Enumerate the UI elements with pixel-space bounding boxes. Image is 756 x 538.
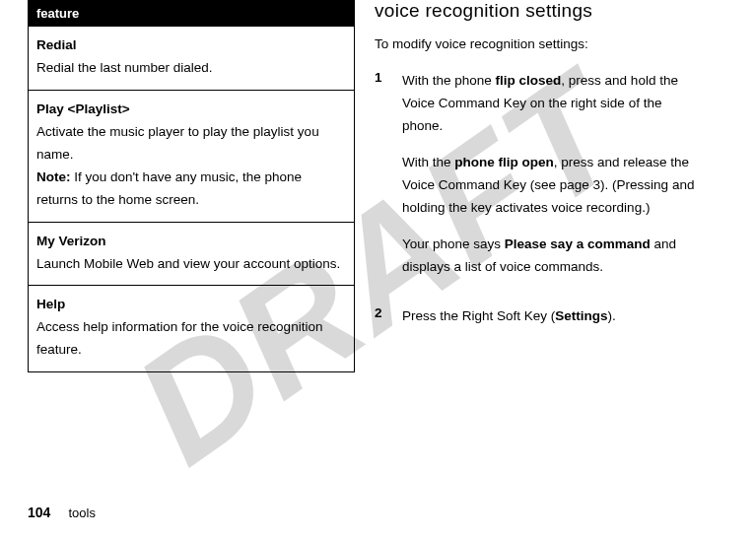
feature-title: Help [36, 294, 346, 316]
right-column: voice recognition settings To modify voi… [365, 0, 729, 538]
step-number: 2 [375, 305, 402, 328]
ui-label: Settings [555, 308, 607, 323]
feature-table: feature Redial Redial the last number di… [28, 0, 355, 372]
step-paragraph: Press the Right Soft Key (Settings). [402, 305, 616, 328]
feature-title: Redial [36, 34, 346, 57]
table-row: My Verizon Launch Mobile Web and view yo… [29, 222, 354, 286]
step-paragraph: With the phone flip open, press and rele… [402, 152, 700, 220]
feature-title: My Verizon [36, 231, 346, 253]
step-paragraph: With the phone flip closed, press and ho… [402, 70, 700, 138]
text-run: With the [402, 155, 454, 169]
page-content: feature Redial Redial the last number di… [0, 0, 756, 538]
step-content: With the phone flip closed, press and ho… [402, 70, 700, 293]
table-header: feature [29, 1, 354, 26]
bold-text: phone flip open [454, 155, 554, 169]
table-row: Help Access help information for the voi… [29, 285, 354, 371]
feature-desc: Access help information for the voice re… [36, 316, 346, 362]
ui-label: Please say a command [505, 236, 651, 251]
table-row: Play <Playlist> Activate the music playe… [29, 90, 354, 222]
text-run: Press the Right Soft Key ( [402, 308, 555, 323]
step-number: 1 [375, 70, 402, 293]
left-column: feature Redial Redial the last number di… [0, 0, 365, 538]
bold-text: flip closed [496, 73, 562, 88]
feature-title: Play <Playlist> [36, 99, 346, 121]
feature-desc: Redial the last number dialed. [36, 57, 346, 80]
feature-note: Note: If you don't have any music, the p… [36, 167, 346, 212]
list-item: 2 Press the Right Soft Key (Settings). [375, 305, 700, 328]
step-paragraph: Your phone says Please say a command and… [402, 234, 700, 279]
note-text: If you don't have any music, the phone r… [36, 169, 302, 207]
step-list: 1 With the phone flip closed, press and … [375, 70, 700, 328]
text-run: ). [608, 308, 616, 323]
text-run: Your phone says [402, 236, 505, 251]
intro-text: To modify voice recognition settings: [375, 34, 700, 56]
table-row: Redial Redial the last number dialed. [29, 26, 354, 90]
note-label: Note: [36, 169, 71, 184]
list-item: 1 With the phone flip closed, press and … [375, 70, 700, 293]
step-content: Press the Right Soft Key (Settings). [402, 305, 616, 328]
feature-desc: Activate the music player to play the pl… [36, 121, 346, 167]
text-run: With the phone [402, 73, 496, 88]
section-heading: voice recognition settings [375, 0, 700, 22]
feature-desc: Launch Mobile Web and view your account … [36, 253, 346, 276]
